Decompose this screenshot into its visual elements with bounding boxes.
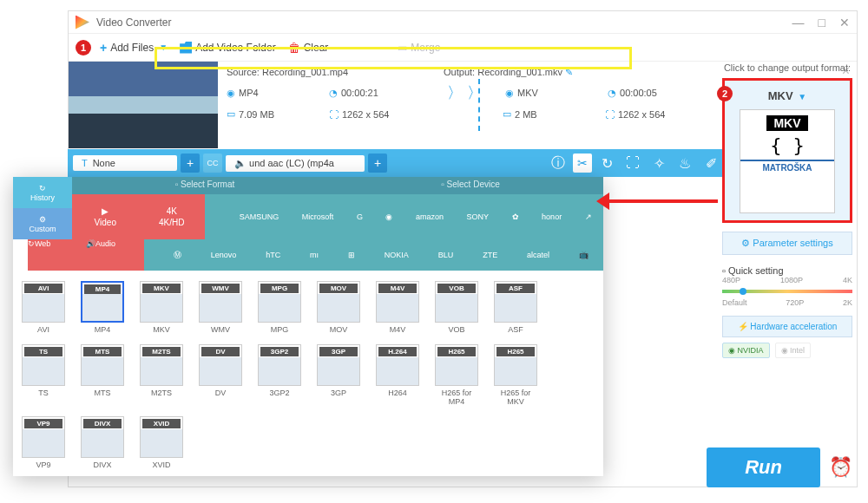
run-button[interactable]: Run <box>707 447 820 487</box>
quality-slider[interactable] <box>722 290 852 293</box>
close-icon[interactable]: ✕ <box>839 16 850 29</box>
titlebar: Video Converter — □ ✕ <box>69 11 857 34</box>
format-item-m4v[interactable]: M4VM4V <box>376 281 419 334</box>
maximize-icon[interactable]: □ <box>819 16 825 29</box>
format-item-divx[interactable]: DIVXDIVX <box>81 416 124 469</box>
clock-icon: ◔ <box>608 88 616 99</box>
device-lenovo[interactable]: Lenovo <box>211 251 237 259</box>
custom-tab[interactable]: ⚙Custom <box>13 208 72 239</box>
cc-button[interactable]: CC <box>203 154 222 173</box>
schedule-icon[interactable]: ⏰ <box>829 456 852 479</box>
video-thumbnail[interactable] <box>69 62 218 148</box>
add-subtitle-button[interactable]: + <box>181 154 200 173</box>
window-title: Video Converter <box>96 16 172 29</box>
format-item-mts[interactable]: MTSMTS <box>81 344 124 406</box>
format-item-3gp2[interactable]: 3GP23GP2 <box>258 344 301 406</box>
add-folder-button[interactable]: Add Video Folder <box>176 40 279 56</box>
audio-select[interactable]: 🔈 und aac (LC) (mp4a <box>226 155 365 172</box>
device-zte[interactable]: ZTE <box>483 251 497 259</box>
chevron-down-icon: ▼ <box>159 42 168 52</box>
effects-icon[interactable]: ✧ <box>648 155 670 172</box>
device-mi-icon[interactable]: mı <box>310 251 319 259</box>
device-nokia[interactable]: NOKIA <box>385 251 409 259</box>
rotate-icon[interactable]: ↻ <box>595 155 618 172</box>
merge-button[interactable]: ▭ Merge <box>394 40 444 56</box>
parameter-settings-button[interactable]: ⚙ Parameter settings <box>722 232 852 255</box>
subtitle-select[interactable]: T None <box>73 155 177 171</box>
format-item-m2ts[interactable]: M2TSM2TS <box>140 344 183 406</box>
watermark-icon[interactable]: ♨ <box>674 155 696 172</box>
format-item-vp9[interactable]: VP9VP9 <box>22 416 65 469</box>
select-format-tab[interactable]: ▫ Select Format <box>72 177 338 194</box>
app-logo-icon <box>76 16 89 29</box>
device-oneplus-icon[interactable]: ⊞ <box>348 251 355 259</box>
category-audio[interactable]: 🔊Audio <box>86 239 144 271</box>
audio-icon: 🔊 <box>86 239 95 248</box>
format-item-dv[interactable]: DVDV <box>199 344 242 406</box>
device-blu[interactable]: BLU <box>438 251 454 259</box>
device-huawei-icon[interactable]: ✿ <box>512 212 519 221</box>
device-sony[interactable]: SONY <box>467 212 490 221</box>
device-tv-icon[interactable]: 📺 <box>579 251 589 259</box>
format-selector[interactable]: 2 MKV ▼ MKV { } MATROŠKA <box>722 78 852 223</box>
format-item-avi[interactable]: AVIAVI <box>22 281 65 334</box>
folder-icon: ▭ <box>227 108 235 120</box>
device-moto-icon[interactable]: Ⓜ <box>174 250 181 261</box>
format-item-mp4[interactable]: MP4MP4 <box>81 281 124 334</box>
device-honor[interactable]: honor <box>542 212 562 221</box>
device-samsung[interactable]: SAMSUNG <box>240 212 279 221</box>
format-item-3gp[interactable]: 3GP3GP <box>317 344 360 406</box>
hardware-accel-button[interactable]: ⚡ Hardware acceleration <box>722 316 852 337</box>
edit-output-icon[interactable]: ✎ <box>565 67 573 77</box>
trim-button[interactable]: ✂ <box>573 154 592 173</box>
step-badge-1: 1 <box>76 40 91 56</box>
format-item-mpg[interactable]: MPGMPG <box>258 281 301 334</box>
format-item-ts[interactable]: TSTS <box>22 344 65 406</box>
format-item-h265-for-mkv[interactable]: H265H265 for MKV <box>494 344 537 406</box>
format-item-h264[interactable]: H.264H264 <box>376 344 419 406</box>
format-item-h265-for-mp4[interactable]: H265H265 for MP4 <box>435 344 478 406</box>
format-item-asf[interactable]: ASFASF <box>494 281 537 334</box>
history-icon: ↻ <box>39 184 46 193</box>
add-files-button[interactable]: + Add Files ▼ <box>96 39 171 56</box>
nvidia-badge[interactable]: ◉ NVIDIA <box>722 343 770 358</box>
intel-badge[interactable]: ◉ Intel <box>775 343 812 358</box>
folder-icon: ▭ <box>503 108 511 120</box>
device-htc[interactable]: hTC <box>266 251 280 259</box>
select-device-tab[interactable]: ▫ Select Device <box>338 177 603 194</box>
clear-button[interactable]: 🗑 Clear <box>285 39 332 56</box>
device-alcatel[interactable]: alcatel <box>527 251 549 259</box>
format-card: MKV { } MATROŠKA <box>740 109 835 213</box>
device-more-icon[interactable]: ↗ <box>585 212 592 221</box>
device-google[interactable]: G <box>357 212 363 221</box>
device-lg-icon[interactable]: ◉ <box>385 212 392 221</box>
divider <box>478 79 480 131</box>
edit-toolbar: T None + CC 🔈 und aac (LC) (mp4a + ⓘ ✂ ↻… <box>68 149 727 177</box>
format-panel: ↻History ⚙Custom ▫ Select Format ▫ Selec… <box>13 177 603 476</box>
format-item-mkv[interactable]: MKVMKV <box>140 281 183 334</box>
hd-icon: 4K <box>167 206 177 216</box>
gear-icon: ⚙ <box>39 215 46 224</box>
minimize-icon[interactable]: — <box>792 16 805 29</box>
crop-icon[interactable]: ⛶ <box>621 155 644 171</box>
format-item-vob[interactable]: VOBVOB <box>435 281 478 334</box>
device-amazon[interactable]: amazon <box>416 212 444 221</box>
add-audio-button[interactable]: + <box>368 154 387 173</box>
category-web[interactable]: ↻Web <box>28 239 86 271</box>
category-video[interactable]: ▶Video <box>72 194 139 239</box>
history-tab[interactable]: ↻History <box>13 177 72 208</box>
step-badge-2: 2 <box>717 86 733 101</box>
category-4k[interactable]: 4K4K/HD <box>139 194 206 239</box>
clock-icon: ◔ <box>329 88 338 99</box>
info-icon[interactable]: ⓘ <box>547 154 569 173</box>
format-item-wmv[interactable]: WMVWMV <box>199 281 242 334</box>
braces-icon: { } <box>740 134 834 156</box>
format-item-mov[interactable]: MOVMOV <box>317 281 360 334</box>
device-microsoft[interactable]: Microsoft <box>302 212 334 221</box>
web-icon: ↻ <box>28 239 35 248</box>
device-row-2-wrap: ↻Web 🔊Audio Ⓜ Lenovo hTC mı ⊞ NOKIA BLU … <box>72 239 603 271</box>
format-icon: ◉ <box>227 88 235 99</box>
format-item-xvid[interactable]: XVIDXVID <box>140 416 183 469</box>
run-bar: Run ⏰ <box>707 447 852 487</box>
edit-icon[interactable]: ✐ <box>700 155 722 172</box>
